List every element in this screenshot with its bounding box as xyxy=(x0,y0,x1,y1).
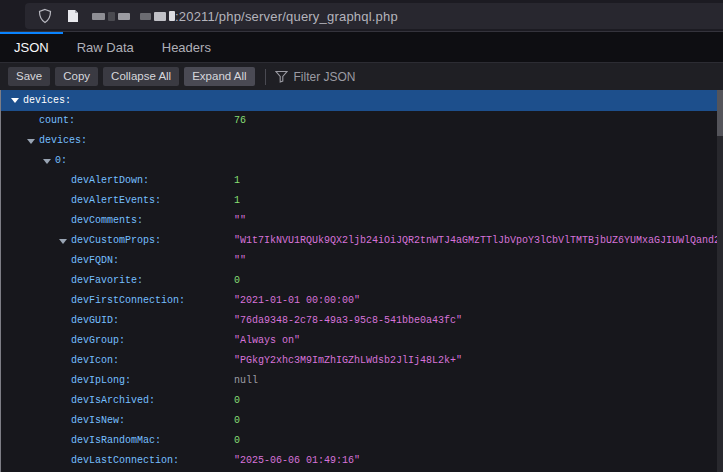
json-value: 0 xyxy=(234,271,240,291)
json-key: devAlertEvents: xyxy=(71,191,161,211)
json-key: devGroup: xyxy=(71,331,125,351)
json-value: "Always on" xyxy=(234,331,300,351)
json-row[interactable]: devAlertEvents: 1 xyxy=(1,191,723,211)
json-key: devFavorite: xyxy=(71,271,143,291)
json-value: null xyxy=(234,371,258,391)
json-key: devLastConnection: xyxy=(71,451,179,471)
json-value: "2025-06-06 01:49:16" xyxy=(234,451,360,471)
json-rows: devices: count: 76 devices: 0: devAlertD… xyxy=(1,90,723,471)
scrollbar-thumb[interactable] xyxy=(717,90,723,136)
json-value: "W1t7IkNVU1RQUk9QX2ljb24iOiJQR2tnWTJ4aGM… xyxy=(234,231,720,251)
json-value: 0 xyxy=(234,391,240,411)
json-row[interactable]: devAlertDown: 1 xyxy=(1,171,723,191)
json-key: devIsRandomMac: xyxy=(71,431,161,451)
json-value: "" xyxy=(234,251,246,271)
json-key: count: xyxy=(39,111,75,131)
json-key: devices: xyxy=(39,131,87,151)
json-row[interactable]: devIsNew: 0 xyxy=(1,411,723,431)
tab-headers[interactable]: Headers xyxy=(148,32,225,62)
json-row[interactable]: count: 76 xyxy=(1,111,723,131)
json-row[interactable]: devFQDN: "" xyxy=(1,251,723,271)
json-key: devFirstConnection: xyxy=(71,291,185,311)
json-key: devIcon: xyxy=(71,351,119,371)
shield-icon[interactable] xyxy=(34,5,56,27)
json-row[interactable]: devGUID: "76da9348-2c78-49a3-95c8-541bbe… xyxy=(1,311,723,331)
toolbar-separator xyxy=(265,69,266,85)
json-row[interactable]: 0: xyxy=(1,151,723,171)
collapse-all-button[interactable]: Collapse All xyxy=(103,67,179,86)
json-value: "76da9348-2c78-49a3-95c8-541bbe0a43fc" xyxy=(234,311,462,331)
page-icon[interactable] xyxy=(62,5,84,27)
json-value: "PGkgY2xhc3M9ImZhIGZhLWdsb2JlIj48L2k+" xyxy=(234,351,462,371)
json-key: 0: xyxy=(55,151,67,171)
json-tree-panel: devices: count: 76 devices: 0: devAlertD… xyxy=(0,90,723,472)
json-row[interactable]: devIsRandomMac: 0 xyxy=(1,431,723,451)
json-key: devIsNew: xyxy=(71,411,125,431)
tab-raw-data[interactable]: Raw Data xyxy=(63,32,148,62)
expander-arrow-icon[interactable] xyxy=(59,239,67,244)
json-value: "" xyxy=(234,211,246,231)
json-value: 0 xyxy=(234,411,240,431)
json-toolbar: Save Copy Collapse All Expand All xyxy=(0,62,723,90)
json-row[interactable]: devIpLong: null xyxy=(1,371,723,391)
json-key: devGUID: xyxy=(71,311,119,331)
filter-json-input[interactable] xyxy=(294,70,494,84)
filter-json-box xyxy=(275,70,494,84)
json-value: 1 xyxy=(234,191,240,211)
json-key: devices: xyxy=(23,90,71,111)
scrollbar[interactable] xyxy=(717,90,723,472)
json-value: 76 xyxy=(234,111,246,131)
save-button[interactable]: Save xyxy=(8,67,50,86)
json-row[interactable]: devIsArchived: 0 xyxy=(1,391,723,411)
browser-window: :20211/php/server/query_graphql.php JSON… xyxy=(0,0,723,472)
json-value: 1 xyxy=(234,171,240,191)
expand-all-button[interactable]: Expand All xyxy=(184,67,254,86)
json-row[interactable]: devFirstConnection: "2021-01-01 00:00:00… xyxy=(1,291,723,311)
json-row[interactable]: devices: xyxy=(1,131,723,151)
json-row[interactable]: devices: xyxy=(1,90,717,111)
url-bar[interactable]: :20211/php/server/query_graphql.php xyxy=(25,3,723,29)
tab-raw-data-label: Raw Data xyxy=(77,40,134,55)
expander-arrow-icon[interactable] xyxy=(11,98,19,103)
json-row[interactable]: devLastConnection: "2025-06-06 01:49:16" xyxy=(1,451,723,471)
json-key: devAlertDown: xyxy=(71,171,149,191)
json-key: devIsArchived: xyxy=(71,391,155,411)
tab-json-label: JSON xyxy=(14,40,49,55)
json-value: 0 xyxy=(234,431,240,451)
json-row[interactable]: devComments: "" xyxy=(1,211,723,231)
tab-headers-label: Headers xyxy=(162,40,211,55)
url-text[interactable]: :20211/php/server/query_graphql.php xyxy=(175,9,398,24)
expander-arrow-icon[interactable] xyxy=(43,159,51,164)
tab-json[interactable]: JSON xyxy=(0,32,63,62)
expander-arrow-icon[interactable] xyxy=(27,139,35,144)
browser-chrome: :20211/php/server/query_graphql.php xyxy=(0,0,723,32)
json-row[interactable]: devGroup: "Always on" xyxy=(1,331,723,351)
json-row[interactable]: devCustomProps: "W1t7IkNVU1RQUk9QX2ljb24… xyxy=(1,231,723,251)
json-row[interactable]: devIcon: "PGkgY2xhc3M9ImZhIGZhLWdsb2JlIj… xyxy=(1,351,723,371)
json-key: devFQDN: xyxy=(71,251,119,271)
json-row[interactable]: devFavorite: 0 xyxy=(1,271,723,291)
viewer-tabstrip: JSON Raw Data Headers xyxy=(0,32,723,62)
json-key: devComments: xyxy=(71,211,143,231)
redacted-host-pixelation xyxy=(92,11,175,21)
copy-button[interactable]: Copy xyxy=(55,67,98,86)
funnel-icon xyxy=(275,70,288,83)
json-value: "2021-01-01 00:00:00" xyxy=(234,291,360,311)
json-key: devCustomProps: xyxy=(71,231,161,251)
json-key: devIpLong: xyxy=(71,371,131,391)
